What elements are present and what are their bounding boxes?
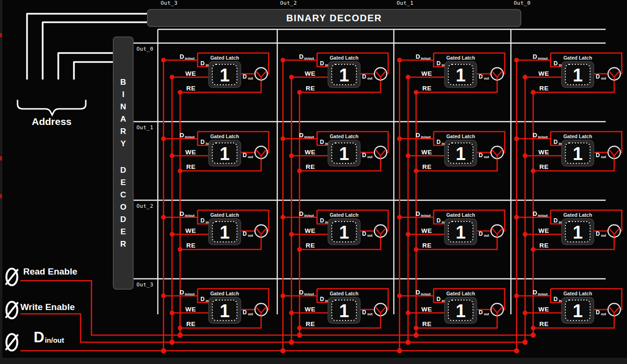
row-output-label: Out_1 <box>136 124 154 131</box>
cell-dinout-label: D <box>180 289 184 296</box>
latch-din-label: D <box>320 139 324 145</box>
latch-dout-sub: out <box>248 155 254 159</box>
cell-dinout-label: D <box>533 132 537 139</box>
col-output-label: Out_3 <box>161 0 178 6</box>
latch-din-sub: in <box>325 142 328 145</box>
cell-re-label: RE <box>422 85 432 92</box>
cell-re-label: RE <box>539 320 549 328</box>
memory-cell: Din/outDinWEREDoutGated Latch1 <box>400 53 505 92</box>
latch-stored-value: 1 <box>339 301 349 321</box>
cell-we-label: WE <box>421 306 432 313</box>
latch-din-sub: in <box>442 221 445 224</box>
cell-re-label: RE <box>422 242 432 249</box>
latch-stored-value: 1 <box>339 144 349 164</box>
cell-re-label: RE <box>186 85 196 92</box>
memory-cell: Din/outDinWEREDoutGated Latch1 <box>517 210 622 249</box>
latch-dout-label: D <box>479 73 483 80</box>
cell-dinout-sub: in/out <box>304 213 314 218</box>
cell-re-label: RE <box>422 320 432 328</box>
cell-dinout-sub: in/out <box>421 135 431 139</box>
cell-re-label: RE <box>306 242 315 249</box>
cell-dinout-sub: in/out <box>538 56 548 61</box>
gated-latch-title: Gated Latch <box>446 133 475 139</box>
ram-memory-diagram: Din/outDinWEREDoutGated Latch1Din/outDin… <box>0 0 627 364</box>
cell-re-label: RE <box>306 320 315 328</box>
latch-dout-sub: out <box>484 77 490 80</box>
cell-re-label: RE <box>186 320 196 328</box>
decoder-letter: N <box>120 101 126 113</box>
latch-stored-value: 1 <box>455 65 465 85</box>
latch-stored-value: 1 <box>572 222 582 242</box>
latch-dout-sub: out <box>248 234 254 237</box>
cell-dinout-sub: in/out <box>185 213 195 218</box>
gated-latch-title: Gated Latch <box>563 291 592 296</box>
gated-latch-title: Gated Latch <box>210 212 239 218</box>
cell-we-label: WE <box>185 70 196 77</box>
latch-din-label: D <box>436 60 441 67</box>
decoder-letter: B <box>120 76 126 89</box>
gated-latch-title: Gated Latch <box>563 55 592 61</box>
latch-din-sub: in <box>442 63 445 67</box>
latch-dout-sub: out <box>484 234 490 237</box>
gated-latch-title: Gated Latch <box>446 55 475 61</box>
memory-cell: Din/outDinWEREDoutGated Latch1 <box>400 132 505 171</box>
decoder-letter: I <box>122 89 125 101</box>
data-in-out-label: D in/out <box>34 330 64 345</box>
cell-dinout-label: D <box>416 289 420 296</box>
cell-dinout-label: D <box>299 53 303 60</box>
latch-stored-value: 1 <box>339 65 349 85</box>
cell-we-label: WE <box>538 306 549 313</box>
col-output-label: Out_0 <box>514 0 531 6</box>
write-enable-label: Write Enable <box>20 302 75 312</box>
latch-stored-value: 1 <box>339 222 349 242</box>
cell-dinout-sub: in/out <box>538 292 548 296</box>
cell-dinout-sub: in/out <box>304 56 314 61</box>
latch-stored-value: 1 <box>572 65 582 85</box>
cell-dinout-sub: in/out <box>421 292 431 296</box>
left-decoder-letters: BINARYDECODER <box>120 76 126 250</box>
latch-dout-label: D <box>243 309 247 316</box>
column-binary-decoder: BINARY DECODER <box>147 9 521 27</box>
memory-cell: Din/outDinWEREDoutGated Latch1 <box>164 210 269 249</box>
latch-dout-sub: out <box>601 234 607 237</box>
cell-we-label: WE <box>185 227 196 234</box>
memory-cell: Din/outDinWEREDoutGated Latch1 <box>164 53 269 92</box>
cell-dinout-sub: in/out <box>421 213 431 218</box>
latch-dout-label: D <box>243 152 247 159</box>
latch-din-label: D <box>200 217 205 224</box>
memory-cell: Din/outDinWEREDoutGated Latch1 <box>400 289 505 328</box>
cell-dinout-label: D <box>180 132 184 139</box>
cell-dinout-label: D <box>533 210 537 217</box>
gated-latch-title: Gated Latch <box>563 212 592 218</box>
decoder-letter: C <box>120 189 126 201</box>
cell-we-label: WE <box>538 227 549 234</box>
latch-dout-label: D <box>596 231 600 237</box>
latch-din-sub: in <box>559 299 562 302</box>
latch-dout-label: D <box>479 152 483 159</box>
input-zero-glyphs <box>6 269 18 351</box>
latch-din-sub: in <box>325 63 328 67</box>
gated-latch-title: Gated Latch <box>446 291 475 296</box>
latch-dout-sub: out <box>484 312 490 316</box>
top-decoder-label: BINARY DECODER <box>286 13 382 24</box>
latch-dout-label: D <box>362 152 366 159</box>
latch-din-label: D <box>200 296 205 302</box>
latch-dout-sub: out <box>367 234 373 237</box>
decoder-letter: E <box>120 226 126 238</box>
latch-dout-label: D <box>243 231 247 237</box>
cell-re-label: RE <box>306 85 315 92</box>
cell-dinout-label: D <box>299 210 303 217</box>
latch-dout-label: D <box>479 309 483 316</box>
latch-stored-value: 1 <box>572 144 582 164</box>
cell-dinout-sub: in/out <box>185 56 195 61</box>
latch-dout-label: D <box>479 231 483 237</box>
decoder-letter: D <box>120 164 126 177</box>
latch-din-label: D <box>320 217 324 224</box>
latch-din-sub: in <box>325 221 328 224</box>
latch-dout-label: D <box>362 231 366 237</box>
decoder-letter: E <box>120 177 126 189</box>
cell-dinout-label: D <box>416 132 420 139</box>
latch-dout-label: D <box>362 73 366 80</box>
latch-din-sub: in <box>442 142 445 145</box>
cell-dinout-label: D <box>416 210 420 217</box>
